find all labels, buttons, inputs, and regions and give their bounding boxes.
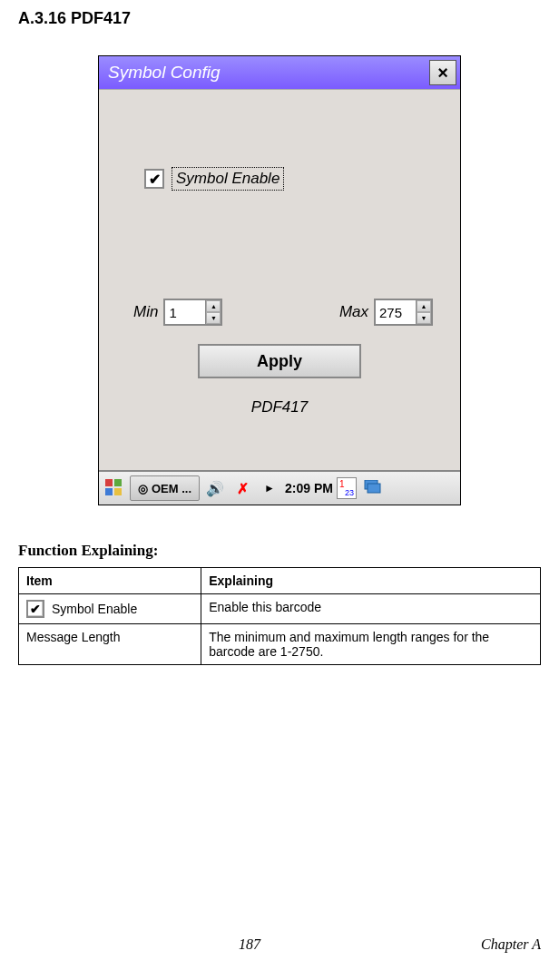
min-input[interactable] [165, 300, 205, 324]
symbol-enable-label: Symbol Enable [172, 167, 284, 191]
titlebar: Symbol Config × [99, 56, 460, 89]
function-explaining-heading: Function Explaining: [18, 542, 541, 560]
oem-icon: ◎ [138, 482, 148, 495]
svg-rect-5 [368, 484, 380, 493]
table-row: ✔ Symbol Enable Enable this barcode [19, 594, 541, 624]
svg-rect-1 [114, 479, 122, 486]
window-title: Symbol Config [103, 63, 221, 83]
apply-button[interactable]: Apply [198, 344, 361, 378]
checkbox-icon: ✔ [26, 600, 44, 618]
svg-rect-0 [105, 479, 113, 486]
table-row: Message Length The minimum and maximum l… [19, 624, 541, 665]
max-field-group: Max ▲ ▼ [339, 299, 433, 326]
network-disabled-icon[interactable]: ✗ [230, 476, 254, 500]
page-number: 187 [18, 936, 481, 953]
taskbar: ◎ OEM ... 🔊 ✗ ► 2:09 PM [99, 470, 460, 505]
symbol-enable-row: ✔ Symbol Enable [144, 167, 284, 191]
task-oem-label: OEM ... [152, 482, 191, 495]
desktop-icon[interactable] [360, 476, 384, 500]
section-heading: A.3.16 PDF417 [18, 9, 541, 28]
start-icon[interactable] [103, 476, 126, 500]
cell-item: Message Length [19, 624, 201, 665]
header-item: Item [19, 568, 201, 594]
clock-time[interactable]: 2:09 PM [285, 481, 333, 495]
close-button[interactable]: × [429, 60, 456, 85]
table-header-row: Item Explaining [19, 568, 541, 594]
screenshot-window: Symbol Config × ✔ Symbol Enable Min ▲ ▼ [98, 55, 461, 505]
min-spinner-buttons: ▲ ▼ [205, 300, 221, 324]
max-spinner-buttons: ▲ ▼ [416, 300, 431, 324]
min-label: Min [133, 303, 158, 321]
symbol-enable-checkbox[interactable]: ✔ [144, 169, 164, 189]
time-prefix-icon: ► [258, 476, 281, 500]
chapter-label: Chapter A [481, 936, 541, 953]
item-label: Symbol Enable [52, 602, 137, 616]
explain-table: Item Explaining ✔ Symbol Enable Enable t… [18, 567, 541, 665]
cell-item: ✔ Symbol Enable [19, 594, 201, 624]
min-max-row: Min ▲ ▼ Max ▲ ▼ [133, 299, 433, 326]
input-panel-icon[interactable] [337, 477, 357, 499]
task-oem-button[interactable]: ◎ OEM ... [130, 475, 200, 501]
min-spinner: ▲ ▼ [163, 299, 222, 326]
header-explaining: Explaining [201, 568, 541, 594]
max-input[interactable] [376, 300, 416, 324]
max-down-button[interactable]: ▼ [417, 312, 431, 324]
max-spinner: ▲ ▼ [374, 299, 433, 326]
max-label: Max [339, 303, 368, 321]
window-body: ✔ Symbol Enable Min ▲ ▼ Max ▲ [99, 89, 460, 470]
page-footer: 187 Chapter A [18, 936, 541, 953]
min-field-group: Min ▲ ▼ [133, 299, 222, 326]
barcode-name-label: PDF417 [251, 398, 308, 416]
volume-icon[interactable]: 🔊 [203, 476, 227, 500]
cell-explaining: The minimum and maximum length ranges fo… [201, 624, 541, 665]
cell-explaining: Enable this barcode [201, 594, 541, 624]
svg-rect-2 [105, 488, 113, 495]
min-up-button[interactable]: ▲ [206, 300, 221, 312]
svg-rect-3 [114, 488, 122, 495]
min-down-button[interactable]: ▼ [206, 312, 221, 324]
close-icon: × [437, 63, 448, 83]
max-up-button[interactable]: ▲ [417, 300, 431, 312]
